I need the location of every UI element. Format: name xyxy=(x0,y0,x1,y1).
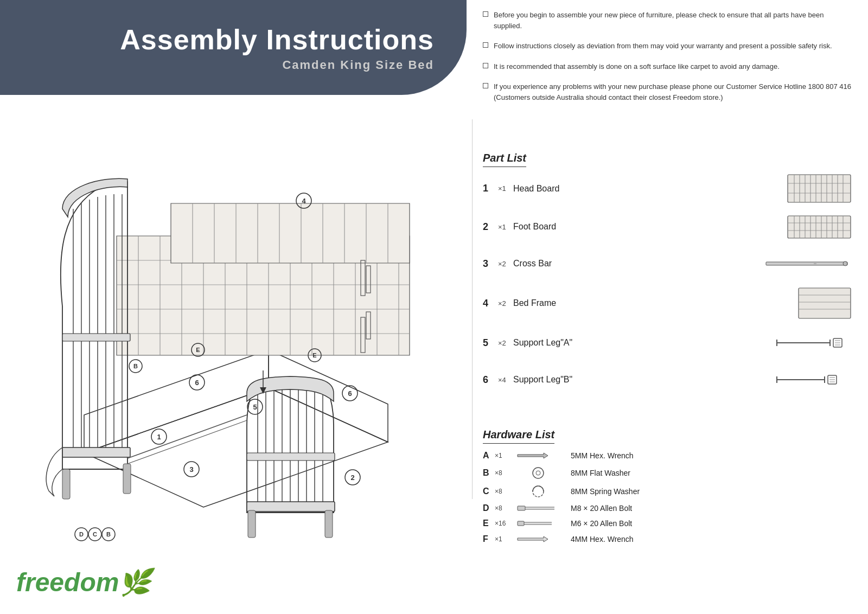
bullet-icon-4 xyxy=(483,83,488,88)
illustration-area: 1 2 3 4 5 6 6 B E E B C D xyxy=(11,92,472,564)
svg-rect-35 xyxy=(62,334,130,341)
hw-qty-b: ×8 xyxy=(495,469,511,477)
freedom-text: freedom xyxy=(16,568,119,597)
svg-rect-104 xyxy=(799,288,851,318)
svg-text:E: E xyxy=(312,352,316,359)
svg-line-69 xyxy=(127,415,247,458)
svg-rect-101 xyxy=(766,262,847,265)
svg-text:4: 4 xyxy=(302,197,306,205)
header-banner: Assembly Instructions Camden King Size B… xyxy=(0,0,467,95)
svg-rect-46 xyxy=(247,453,335,460)
leg-front-left xyxy=(62,469,70,499)
svg-rect-47 xyxy=(248,510,256,538)
part-image-5 xyxy=(589,336,852,349)
hw-name-a: 5MM Hex. Wrench xyxy=(571,451,634,460)
hw-name-c: 8MM Spring Washer xyxy=(571,487,640,496)
instruction-text-2: Follow instructions closely as deviation… xyxy=(494,41,832,52)
part-qty-2: ×1 xyxy=(498,223,513,231)
svg-rect-45 xyxy=(247,502,335,511)
svg-text:3: 3 xyxy=(189,465,193,474)
svg-text:C: C xyxy=(93,531,97,538)
part-row-3: 3 ×2 Cross Bar xyxy=(483,250,852,277)
svg-text:B: B xyxy=(106,531,111,538)
hw-qty-a: ×1 xyxy=(495,452,511,459)
hw-row-c: C ×8 8MM Spring Washer xyxy=(483,485,852,498)
hw-row-f: F ×1 4MM Hex. Wrench xyxy=(483,534,852,545)
part-num-2: 2 xyxy=(483,221,498,233)
hw-qty-c: ×8 xyxy=(495,488,511,495)
hw-letter-d: D xyxy=(483,503,495,513)
instruction-text-3: It is recommended that assembly is done … xyxy=(494,61,780,72)
part-name-1: Head Board xyxy=(513,184,589,194)
part-qty-4: ×2 xyxy=(498,299,513,308)
hardware-section-title: Hardware List xyxy=(483,428,554,444)
svg-rect-48 xyxy=(325,510,333,538)
svg-text:E: E xyxy=(196,347,200,353)
part-image-6 xyxy=(589,373,852,386)
part-row-1: 1 ×1 Head Board xyxy=(483,174,852,203)
instruction-text-1: Before you begin to assemble your new pi… xyxy=(494,10,852,31)
hw-icon-f xyxy=(511,534,565,545)
svg-point-124 xyxy=(533,486,544,497)
freedom-leaf: 🌿 xyxy=(119,568,151,597)
exploded-frame xyxy=(171,203,410,263)
instruction-text-4: If you experience any problems with your… xyxy=(494,81,852,103)
part-qty-1: ×1 xyxy=(498,184,513,193)
bed-svg: 1 2 3 4 5 6 6 B E E B C D xyxy=(19,100,464,556)
hw-letter-b: B xyxy=(483,468,495,478)
hw-row-e: E ×16 M6 × 20 Allen Bolt xyxy=(483,519,852,528)
part-row-5: 5 ×2 Support Leg"A" xyxy=(483,329,852,356)
part-name-4: Bed Frame xyxy=(513,298,589,308)
part-image-3 xyxy=(589,258,852,269)
svg-point-122 xyxy=(533,468,544,478)
part-image-1 xyxy=(589,174,852,203)
page-subtitle: Camden King Size Bed xyxy=(282,58,434,72)
svg-rect-75 xyxy=(788,175,851,202)
svg-text:2: 2 xyxy=(350,474,354,482)
instruction-item-4: If you experience any problems with your… xyxy=(483,81,852,103)
svg-point-123 xyxy=(536,471,540,475)
hw-icon-b xyxy=(511,466,565,479)
hw-letter-a: A xyxy=(483,451,495,460)
instructions-panel: Before you begin to assemble your new pi… xyxy=(483,10,852,112)
hw-letter-e: E xyxy=(483,519,495,528)
svg-rect-34 xyxy=(62,447,130,457)
hw-icon-e xyxy=(511,519,565,528)
hw-icon-a xyxy=(511,450,565,461)
hw-letter-f: F xyxy=(483,534,495,544)
svg-rect-125 xyxy=(518,506,525,510)
hw-name-b: 8MM Flat Washer xyxy=(571,469,630,477)
svg-text:6: 6 xyxy=(348,389,352,398)
parts-section-title: Part List xyxy=(483,152,526,167)
hw-icon-c xyxy=(511,485,565,498)
svg-text:D: D xyxy=(79,531,84,538)
parts-section: Part List 1 ×1 Head Board xyxy=(483,152,852,403)
hw-row-a: A ×1 5MM Hex. Wrench xyxy=(483,450,852,461)
bullet-icon-1 xyxy=(483,11,488,17)
part-qty-5: ×2 xyxy=(498,339,513,347)
svg-text:6: 6 xyxy=(195,379,199,387)
hw-row-b: B ×8 8MM Flat Washer xyxy=(483,466,852,479)
instruction-item-2: Follow instructions closely as deviation… xyxy=(483,41,852,52)
svg-line-70 xyxy=(127,420,247,464)
svg-rect-88 xyxy=(788,216,851,238)
svg-point-102 xyxy=(843,261,847,266)
instruction-item-3: It is recommended that assembly is done … xyxy=(483,61,852,72)
bullet-icon-2 xyxy=(483,42,488,48)
hw-name-f: 4MM Hex. Wrench xyxy=(571,535,634,543)
part-num-4: 4 xyxy=(483,298,498,309)
hw-qty-e: ×16 xyxy=(495,520,511,527)
part-image-2 xyxy=(589,215,852,239)
part-qty-3: ×2 xyxy=(498,260,513,268)
part-row-2: 2 ×1 Foot Board xyxy=(483,213,852,240)
part-qty-6: ×4 xyxy=(498,376,513,384)
svg-text:B: B xyxy=(133,363,138,369)
hw-name-d: M8 × 20 Allen Bolt xyxy=(571,504,632,513)
leg-back-left xyxy=(123,464,131,494)
bullet-icon-3 xyxy=(483,63,488,68)
part-num-1: 1 xyxy=(483,183,498,194)
part-name-6: Support Leg"B" xyxy=(513,375,589,385)
part-row-6: 6 ×4 Support Leg"B" xyxy=(483,366,852,393)
hw-qty-d: ×8 xyxy=(495,504,511,512)
hw-name-e: M6 × 20 Allen Bolt xyxy=(571,519,632,528)
